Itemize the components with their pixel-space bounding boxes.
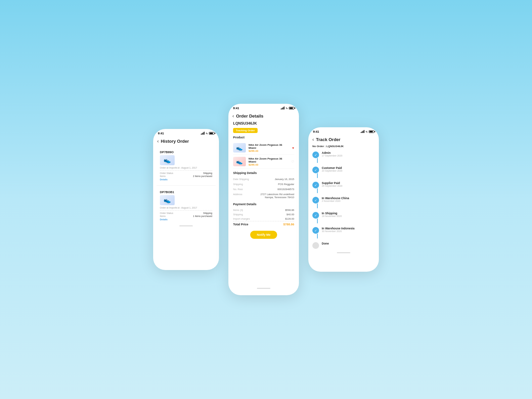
items-value-1: 2 Items purchased	[193, 175, 212, 177]
step-info-4: In Shipping 18 November 2020	[322, 212, 342, 217]
step-date-0: 17 September 2020	[322, 154, 343, 157]
step-icon-1: ✓	[312, 167, 319, 173]
signal-bar-10	[362, 131, 362, 133]
battery-icon-2	[289, 107, 294, 109]
status-label-1: Order Status	[160, 172, 173, 174]
order-card-2: DP7BOB1 👟 Order at Importir.id : August …	[157, 188, 216, 223]
no-order-label: No Order :	[312, 145, 326, 148]
step-date-3: 2 November 2020	[322, 200, 349, 202]
order-details-back-nav[interactable]: ‹ Order Details	[228, 111, 299, 121]
divider-1	[157, 185, 216, 186]
signal-bar-9	[361, 132, 361, 133]
order-status-row-2: Order Status Shipping	[160, 212, 212, 214]
order-details-screen: 9:41 ∿ ‹ Order Details LQNSU346JK Tr	[228, 104, 299, 295]
payment-import-label: Import charges	[233, 217, 250, 220]
step-icon-4: ✓	[312, 212, 319, 219]
step-name-0: Admin	[322, 151, 343, 154]
step-info-6: Done	[322, 242, 329, 245]
status-bar-2: 9:41 ∿	[228, 104, 299, 111]
step-icon-0: ✓	[312, 151, 319, 158]
time-2: 9:41	[233, 106, 239, 110]
order-id-1: DP7B89O	[160, 150, 212, 154]
scroll-indicator-1	[179, 225, 193, 226]
track-step-3: ✓ In Warehouse China 2 November 2020	[312, 196, 375, 208]
battery-icon-3	[369, 130, 374, 133]
step-info-5: In Warehouse Indonesia 30 November 2020	[322, 227, 354, 232]
payment-import-value: $128.00	[285, 217, 294, 220]
signal-bar-3	[203, 132, 204, 135]
track-step-6: Done	[312, 242, 375, 249]
status-icons-1: ∿	[201, 132, 214, 135]
step-date-5: 30 November 2020	[322, 230, 354, 232]
tracking-badge[interactable]: Tracking Order	[233, 128, 258, 133]
shipping-date-label: Date Shipping	[233, 178, 249, 181]
details-link-2[interactable]: Details	[160, 218, 212, 221]
product-name-1: Nike Air Zoom Pegasus 36 Miami	[249, 143, 290, 149]
total-value: $788.86	[283, 223, 294, 226]
track-step-4: ✓ In Shipping 18 November 2020	[312, 212, 375, 223]
no-order-row: No Order : LQNSU346JK	[312, 145, 375, 148]
signal-bars-3	[361, 130, 364, 133]
track-order-back-nav[interactable]: ‹ Track Order	[308, 135, 379, 145]
signal-bar-12	[364, 130, 364, 133]
back-arrow-3[interactable]: ‹	[312, 137, 314, 142]
notify-me-button[interactable]: Notify Me	[250, 231, 277, 239]
signal-bars-2	[281, 107, 284, 109]
signal-bar-11	[363, 131, 363, 133]
step-connector-5	[317, 234, 318, 238]
step-date-1: 20 September 2020	[322, 170, 343, 172]
shipping-type-row: Shipping POS Reggular	[233, 182, 294, 187]
history-back-nav[interactable]: ‹ History Order	[153, 136, 219, 146]
order-items-row-1: Items 2 Items purchased	[160, 175, 212, 177]
shipping-address-row: Address 2727 Lakeshore Rd undefined Namp…	[233, 192, 294, 200]
scroll-indicator-2	[257, 288, 270, 289]
back-arrow-2[interactable]: ‹	[232, 113, 234, 119]
payment-shipping-label: Shipping	[233, 213, 243, 216]
wifi-icon-2: ∿	[285, 107, 288, 110]
shipping-resi-value: 000192848573	[277, 188, 294, 191]
status-bar-3: 9:41 ∿	[308, 127, 379, 135]
signal-bar-7	[283, 107, 283, 109]
track-step-0: ✓ Admin 17 September 2020	[312, 151, 375, 163]
order-img-2: 👟	[160, 195, 175, 205]
signal-bar-4	[204, 132, 205, 135]
product-price-1: $299.43	[249, 149, 290, 152]
step-info-1: Customer Paid 20 September 2020	[322, 166, 343, 172]
status-value-1: Shipping	[203, 172, 212, 174]
step-name-3: In Warehouse China	[322, 196, 349, 200]
product-name-2: Nike Air Zoom Pegasus 36 Miami	[249, 157, 289, 163]
shipping-type-value: POS Reggular	[278, 183, 294, 186]
product-info-2: Nike Air Zoom Pegasus 36 Miami $299.43	[249, 157, 289, 166]
step-connector-2	[317, 188, 318, 193]
status-bar-1: 9:41 ∿	[153, 129, 219, 136]
no-order-value: LQNSU346JK	[326, 145, 344, 148]
shipping-date-row: Date Shipping January 16, 2015	[233, 177, 294, 182]
wifi-icon-1: ∿	[206, 132, 208, 135]
product-img-2: 👟	[233, 157, 246, 166]
time-1: 9:41	[158, 132, 164, 135]
payment-total-row: Total Price $788.86	[233, 221, 294, 227]
order-id-2: DP7BOB1	[160, 190, 212, 194]
step-name-6: Done	[322, 242, 329, 245]
product-img-1: 👟	[233, 143, 246, 152]
product-item-2: 👟 Nike Air Zoom Pegasus 36 Miami $299.43…	[233, 155, 294, 169]
details-link-1[interactable]: Details	[160, 178, 212, 181]
status-label-2: Order Status	[160, 212, 173, 214]
step-name-1: Customer Paid	[322, 166, 343, 170]
status-value-2: Shipping	[203, 212, 212, 214]
track-step-5: ✓ In Warehouse Indonesia 30 November 202…	[312, 227, 375, 238]
track-order-title: Track Order	[316, 137, 341, 142]
step-name-4: In Shipping	[322, 212, 342, 215]
heart-icon-filled-1[interactable]: ♥	[292, 146, 294, 150]
track-step-2: ✓ Supplier Paid 26 September 2020	[312, 181, 375, 193]
back-arrow-1[interactable]: ‹	[157, 138, 159, 144]
items-value-2: 1 Items purchased	[193, 215, 212, 217]
heart-icon-empty-2[interactable]: ♡	[291, 160, 294, 164]
step-name-2: Supplier Paid	[322, 181, 343, 185]
step-date-2: 26 September 2020	[322, 185, 343, 187]
history-title: History Order	[161, 139, 189, 144]
signal-bar-6	[282, 108, 282, 109]
payment-shipping-row: Shipping $40.00	[233, 212, 294, 217]
order-date-1: Order at Importir.id : August 1, 2017	[160, 167, 212, 171]
time-3: 9:41	[313, 130, 319, 133]
